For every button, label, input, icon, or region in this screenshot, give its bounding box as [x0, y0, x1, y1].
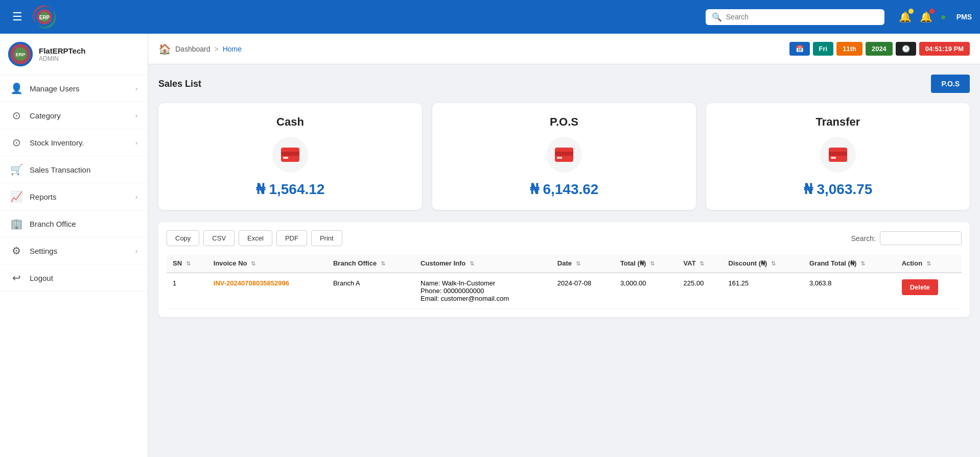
card-title-cash: Cash: [276, 115, 304, 129]
th-vat: VAT ⇅: [678, 254, 722, 273]
app-logo: ERP: [33, 5, 56, 29]
date-badge-date: 11th: [836, 42, 862, 56]
menu-button[interactable]: ☰: [8, 8, 27, 26]
payment-icon-pos: [555, 148, 573, 162]
sidebar-item-label-category: Category: [30, 111, 128, 120]
cell-total-0: 3,000.00: [614, 273, 678, 309]
notification-bell-button[interactable]: 🔔: [899, 11, 912, 23]
sidebar-item-label-logout: Logout: [30, 274, 137, 282]
settings-icon: ⚙: [10, 245, 22, 257]
table-section: CopyCSVExcelPDFPrint Search: SN ⇅Invoice…: [158, 222, 970, 317]
th-discount: Discount (₦) ⇅: [722, 254, 803, 273]
sort-icon-action[interactable]: ⇅: [926, 260, 931, 267]
sidebar-item-logout[interactable]: ↩ Logout: [0, 264, 148, 292]
main-layout: ERP FlatERPTech ADMIN 👤 Manage Users › ⊙…: [0, 34, 980, 457]
svg-text:ERP: ERP: [16, 52, 26, 57]
sidebar-item-stock-inventory[interactable]: ⊙ Stock Inventory. ›: [0, 129, 148, 156]
sales-header: Sales List P.O.S: [158, 75, 970, 93]
sidebar-item-label-settings: Settings: [30, 247, 128, 255]
sidebar-item-label-branch-office: Branch Office: [30, 220, 137, 228]
search-input[interactable]: [726, 13, 878, 21]
breadcrumb-dashboard: Dashboard: [175, 45, 211, 53]
card-amount-transfer: ₦ 3,063.75: [804, 181, 873, 198]
breadcrumb-bar: 🏠 Dashboard > Home 📅Fri11th2024🕐04:51:19…: [148, 34, 980, 64]
table-btn-print[interactable]: Print: [311, 230, 342, 246]
table-btn-csv[interactable]: CSV: [203, 230, 235, 246]
sidebar-item-settings[interactable]: ⚙ Settings ›: [0, 237, 148, 264]
sales-transaction-icon: 🛒: [10, 163, 22, 176]
sort-icon-discount[interactable]: ⇅: [771, 260, 776, 267]
sales-content: Sales List P.O.S Cash ₦ 1,564.12 P.O.S: [148, 64, 980, 457]
sort-icon-total[interactable]: ⇅: [650, 260, 655, 267]
table-search-input[interactable]: [880, 231, 962, 245]
cell-invoice-0: INV-20240708035852996: [207, 273, 327, 309]
pms-label: PMS: [956, 13, 972, 21]
logout-icon: ↩: [10, 272, 22, 284]
topbar-icons: 🔔 🔔 ● PMS: [899, 11, 972, 23]
svg-rect-9: [281, 152, 299, 156]
sidebar-item-manage-users[interactable]: 👤 Manage Users ›: [0, 75, 148, 102]
search-label: Search:: [851, 234, 876, 243]
card-amount-pos: ₦ 6,143.62: [530, 181, 599, 198]
sidebar-item-branch-office[interactable]: 🏢 Branch Office: [0, 210, 148, 237]
sales-table: SN ⇅Invoice No ⇅Branch Office ⇅Customer …: [167, 254, 962, 309]
th-customer-info: Customer Info ⇅: [414, 254, 551, 273]
sidebar: ERP FlatERPTech ADMIN 👤 Manage Users › ⊙…: [0, 34, 148, 457]
sort-icon-date[interactable]: ⇅: [576, 260, 580, 267]
card-icon-circle-pos: [546, 137, 582, 173]
th-action: Action ⇅: [896, 254, 962, 273]
cell-sn-0: 1: [167, 273, 207, 309]
table-btn-excel[interactable]: Excel: [239, 230, 272, 246]
cell-branch-0: Branch A: [327, 273, 414, 309]
stock-inventory-icon: ⊙: [10, 136, 22, 149]
chevron-right-icon-manage-users: ›: [135, 85, 137, 92]
summary-card-cash: Cash ₦ 1,564.12: [158, 103, 422, 210]
pos-button[interactable]: P.O.S: [931, 75, 970, 93]
topbar: ☰ ERP 🔍 🔔 🔔 ● PMS: [0, 0, 980, 34]
date-badges: 📅Fri11th2024🕐04:51:19 PM: [789, 42, 970, 56]
th-sn: SN ⇅: [167, 254, 207, 273]
chevron-right-icon-category: ›: [135, 112, 137, 119]
chevron-right-icon-reports: ›: [135, 193, 137, 201]
th-total: Total (₦) ⇅: [614, 254, 678, 273]
sidebar-item-reports[interactable]: 📈 Reports ›: [0, 183, 148, 210]
table-btn-copy[interactable]: Copy: [167, 230, 199, 246]
delete-button-0[interactable]: Delete: [902, 279, 938, 295]
svg-rect-15: [829, 152, 847, 156]
payment-icon-transfer: [829, 148, 847, 162]
summary-cards: Cash ₦ 1,564.12 P.O.S ₦ 6,143.62 Transfe…: [158, 103, 970, 210]
cell-date-0: 2024-07-08: [551, 273, 614, 309]
sort-icon-customer-info[interactable]: ⇅: [470, 260, 474, 267]
profile-name: FlatERPTech: [39, 46, 85, 55]
svg-rect-13: [557, 157, 562, 159]
card-title-transfer: Transfer: [816, 115, 860, 129]
sort-icon-grand-total[interactable]: ⇅: [860, 260, 865, 267]
sidebar-item-sales-transaction[interactable]: 🛒 Sales Transaction: [0, 156, 148, 183]
svg-rect-16: [831, 157, 836, 159]
sidebar-item-label-sales-transaction: Sales Transaction: [30, 165, 137, 174]
sort-icon-invoice-no[interactable]: ⇅: [251, 260, 255, 267]
sort-icon-branch-office[interactable]: ⇅: [381, 260, 385, 267]
home-icon[interactable]: 🏠: [158, 43, 171, 55]
table-header-row: SN ⇅Invoice No ⇅Branch Office ⇅Customer …: [167, 254, 962, 273]
summary-card-transfer: Transfer ₦ 3,063.75: [706, 103, 970, 210]
sidebar-item-category[interactable]: ⊙ Category ›: [0, 102, 148, 129]
card-amount-cash: ₦ 1,564.12: [256, 181, 325, 198]
table-row: 1 INV-20240708035852996 Branch A Name: W…: [167, 273, 962, 309]
table-btn-pdf[interactable]: PDF: [276, 230, 307, 246]
card-icon-circle-transfer: [820, 137, 856, 173]
alert-badge-red: [929, 9, 935, 14]
alert-bell-button[interactable]: 🔔: [920, 11, 932, 23]
cell-action-0: Delete: [896, 273, 962, 309]
search-container: 🔍: [706, 9, 884, 25]
sort-icon-vat[interactable]: ⇅: [699, 260, 704, 267]
status-icon-button[interactable]: ●: [941, 12, 946, 22]
avatar: ERP: [8, 42, 33, 66]
sidebar-item-label-manage-users: Manage Users: [30, 84, 128, 93]
sidebar-profile: ERP FlatERPTech ADMIN: [0, 34, 148, 75]
table-body: 1 INV-20240708035852996 Branch A Name: W…: [167, 273, 962, 309]
svg-rect-10: [283, 157, 288, 159]
breadcrumb-current: Home: [223, 45, 242, 53]
sort-icon-sn[interactable]: ⇅: [186, 260, 191, 267]
invoice-link-0[interactable]: INV-20240708035852996: [214, 279, 289, 287]
